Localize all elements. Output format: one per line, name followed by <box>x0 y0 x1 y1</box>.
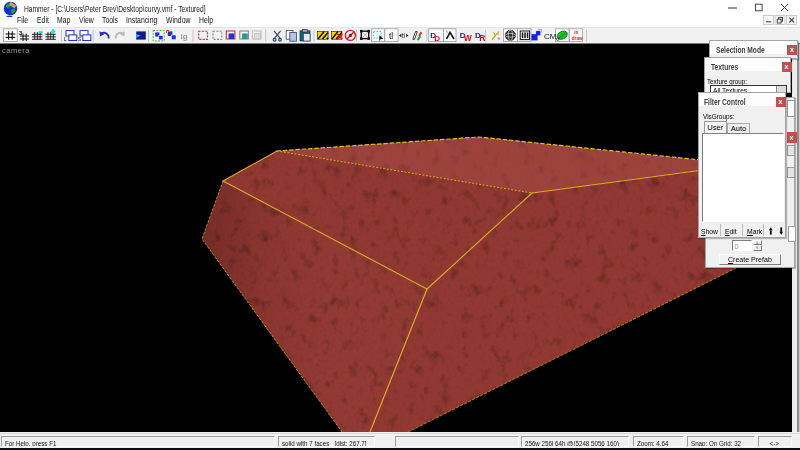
svg-text:R: R <box>479 32 485 42</box>
svg-text:3: 3 <box>19 29 23 35</box>
svg-text:in: in <box>574 30 578 35</box>
svg-text:ig: ig <box>181 32 188 41</box>
svg-text:draw: draw <box>572 35 583 40</box>
svg-text:tl: tl <box>402 32 406 39</box>
svg-text:tl: tl <box>389 30 393 40</box>
svg-text:CM: CM <box>544 31 557 40</box>
svg-text:h: h <box>446 28 448 33</box>
svg-text:D: D <box>434 33 440 42</box>
svg-text:L: L <box>64 36 67 42</box>
svg-text:S: S <box>78 36 82 42</box>
svg-text:W: W <box>464 32 473 42</box>
